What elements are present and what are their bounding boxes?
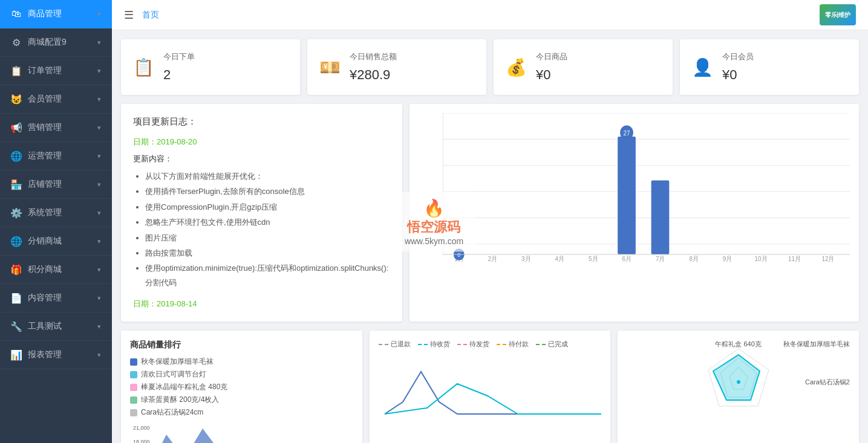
- legend-dot: [130, 384, 137, 391]
- radar-chart-card: 秋冬保暖加厚细羊毛袜 午粽礼盒 640克 Cara钻石汤锅2: [618, 331, 859, 443]
- sales-chart-svg: 21,000 18,000 15,000: [130, 422, 353, 443]
- stat-info: 今日会员 ¥0: [722, 51, 754, 83]
- stat-label: 今日销售总额: [350, 51, 397, 62]
- stat-card-orders: 📋 今日下单 2: [121, 39, 300, 95]
- legend-item: 秋冬保暖加厚细羊毛袜: [130, 357, 353, 367]
- legend-label: 棒夏冰晶端午粽礼盒 480克: [141, 382, 227, 392]
- order-status-card: 已退款 待收货 待发货 待付款: [370, 331, 611, 443]
- sidebar-item-product[interactable]: 🛍 商品管理 ▾: [0, 0, 112, 28]
- sidebar-item-label: 订单管理: [28, 65, 62, 76]
- system-icon: ⚙️: [11, 207, 22, 218]
- chevron-icon: ▾: [97, 351, 101, 359]
- list-item: 图片压缩: [145, 231, 390, 245]
- sidebar-item-label: 会员管理: [28, 94, 62, 105]
- sidebar-item-order[interactable]: 📋 订单管理 ▾: [0, 57, 112, 85]
- product-icon: 🛍: [11, 8, 22, 19]
- chevron-icon: ▾: [97, 152, 101, 160]
- chevron-icon: ▾: [97, 95, 101, 103]
- stat-info: 今日下单 2: [163, 51, 195, 83]
- members-icon: 👤: [692, 57, 713, 77]
- list-item: 使用CompressionPlugin,开启gzip压缩: [145, 200, 390, 214]
- content-area: 📋 今日下单 2 💴 今日销售总额 ¥280.9 💰 今日商品 ¥0: [112, 30, 868, 443]
- distribution-icon: 🌐: [11, 236, 22, 247]
- sidebar-item-label: 系统管理: [28, 207, 62, 218]
- chevron-icon: ▾: [97, 294, 101, 302]
- legend-item: 绿茶蛋黄酥 200克/4枚入: [130, 395, 353, 405]
- svg-marker-43: [148, 428, 239, 443]
- stats-row: 📋 今日下单 2 💴 今日销售总额 ¥280.9 💰 今日商品 ¥0: [121, 39, 859, 95]
- member-icon: 😺: [11, 94, 22, 105]
- update-list: 从以下方面对前端性能展开优化： 使用插件TerserPlugin,去除所有的co…: [133, 169, 390, 289]
- stat-value: ¥280.9: [350, 67, 397, 83]
- sidebar-item-label: 营销管理: [28, 122, 62, 133]
- legend-dot: [130, 409, 137, 416]
- radar-container: 秋冬保暖加厚细羊毛袜 午粽礼盒 640克 Cara钻石汤锅2: [627, 340, 850, 424]
- radar-label-tr: 秋冬保暖加厚细羊毛袜: [783, 340, 850, 349]
- sidebar-item-label: 报表管理: [28, 349, 62, 360]
- legend-label: 绿茶蛋黄酥 200克/4枚入: [141, 395, 219, 405]
- svg-text:10月: 10月: [754, 255, 767, 262]
- header-logo: 零乐|维护: [820, 4, 856, 25]
- update-date-1: 日期：2019-08-20: [133, 137, 390, 147]
- legend-item: 清欢日式可调节台灯: [130, 369, 353, 380]
- stat-label: 今日会员: [722, 51, 754, 62]
- product-sales-card: 商品销量排行 秋冬保暖加厚细羊毛袜 清欢日式可调节台灯 棒夏冰晶端午粽礼盒 48…: [121, 331, 362, 443]
- svg-text:11月: 11月: [788, 255, 801, 262]
- product-sales-title: 商品销量排行: [130, 340, 353, 351]
- chevron-icon: ▾: [97, 67, 101, 75]
- sidebar-item-member[interactable]: 😺 会员管理 ▾: [0, 85, 112, 114]
- svg-text:0: 0: [457, 252, 460, 258]
- stat-value: ¥0: [722, 67, 754, 83]
- stat-value: 2: [163, 67, 195, 83]
- update-date-2: 日期：2019-08-14: [133, 299, 390, 309]
- sidebar-item-system[interactable]: ⚙️ 系统管理 ▾: [0, 199, 112, 227]
- stat-label: 今日商品: [536, 51, 567, 62]
- sidebar-item-shopconfig[interactable]: ⚙ 商城配置9 ▾: [0, 28, 112, 57]
- chevron-icon: ▾: [97, 181, 101, 189]
- legend-item-pending: 待付款: [497, 340, 529, 349]
- sidebar-item-reports[interactable]: 📊 报表管理 ▾: [0, 341, 112, 369]
- legend-item-done: 已完成: [536, 340, 568, 349]
- operations-icon: 🌐: [11, 150, 22, 161]
- menu-toggle-icon[interactable]: ☰: [124, 8, 134, 22]
- dash-icon: [418, 344, 428, 345]
- sidebar: 🛍 商品管理 ▾ ⚙ 商城配置9 ▾ 📋 订单管理 ▾ 😺 会员管理 ▾ 📢 营…: [0, 0, 112, 443]
- dash-icon: [536, 344, 546, 345]
- update-log-card: 项目更新日志： 日期：2019-08-20 更新内容： 从以下方面对前端性能展开…: [121, 104, 402, 322]
- dash-icon: [497, 344, 506, 345]
- sidebar-item-label: 运营管理: [28, 150, 62, 161]
- stat-label: 今日下单: [163, 51, 195, 62]
- points-icon: 🎁: [11, 264, 22, 275]
- order-legend: 已退款 待收货 待发货 待付款: [379, 340, 602, 349]
- dash-icon: [379, 344, 388, 345]
- main-area: ☰ 首页 零乐|维护 📋 今日下单 2 💴 今日销售总额 ¥280.9: [112, 0, 868, 443]
- sidebar-item-label: 商品管理: [28, 8, 62, 19]
- svg-text:4月: 4月: [555, 255, 564, 262]
- list-item: 从以下方面对前端性能展开优化：: [145, 169, 390, 183]
- svg-text:5月: 5月: [589, 255, 598, 262]
- sidebar-item-tools[interactable]: 🔧 工具测试 ▾: [0, 312, 112, 341]
- sidebar-item-store[interactable]: 🏪 店铺管理 ▾: [0, 170, 112, 199]
- svg-rect-25: [618, 137, 636, 254]
- list-item: 使用optimization.minimize(true):压缩代码和optim…: [145, 261, 390, 289]
- sidebar-item-operations[interactable]: 🌐 运营管理 ▾: [0, 142, 112, 170]
- stat-value: ¥0: [536, 67, 567, 83]
- chevron-icon: ▾: [97, 238, 101, 245]
- bar-chart-svg: 30 25 20 15 10 5 0 1月: [443, 113, 850, 270]
- legend-dot: [130, 358, 137, 366]
- sidebar-item-points[interactable]: 🎁 积分商城 ▾: [0, 256, 112, 284]
- sidebar-item-label: 内容管理: [28, 293, 62, 303]
- sidebar-item-distribution[interactable]: 🌐 分销商城 ▾: [0, 227, 112, 256]
- sidebar-item-marketing[interactable]: 📢 营销管理 ▾: [0, 114, 112, 142]
- legend-label: 待发货: [469, 340, 489, 349]
- tools-icon: 🔧: [11, 321, 22, 332]
- legend-item: Cara钻石汤锅24cm: [130, 407, 353, 418]
- chevron-icon: ▾: [97, 323, 101, 331]
- chevron-icon: ▾: [97, 39, 101, 47]
- bar-chart-card: 30 25 20 15 10 5 0 1月: [410, 104, 859, 322]
- orders-icon: 📋: [133, 57, 154, 77]
- svg-text:27: 27: [623, 129, 630, 136]
- sidebar-item-content[interactable]: 📄 内容管理 ▾: [0, 284, 112, 312]
- svg-text:9月: 9月: [722, 255, 731, 262]
- store-icon: 🏪: [11, 179, 22, 190]
